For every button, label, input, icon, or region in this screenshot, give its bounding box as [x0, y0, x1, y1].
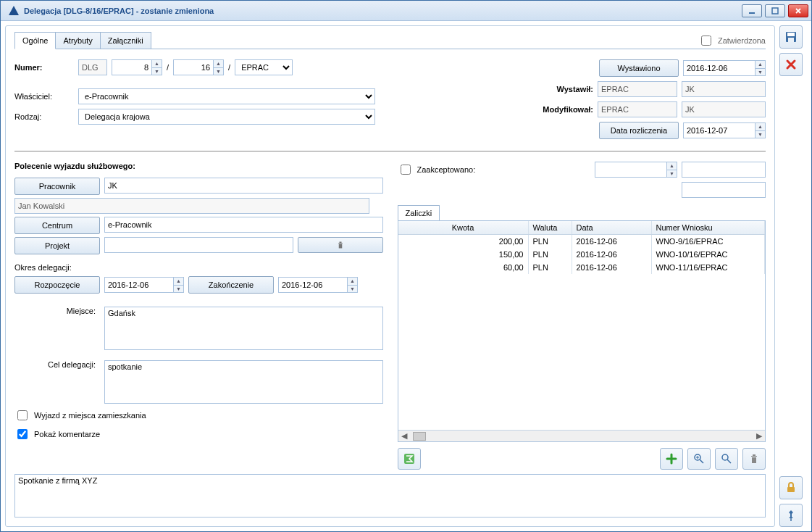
zoom-button[interactable] — [715, 448, 738, 470]
pin-button[interactable] — [779, 504, 803, 527]
accepted-label: Zaakceptowano: — [417, 165, 591, 174]
owner-label: Właściciel: — [14, 92, 74, 101]
employee-name — [14, 198, 369, 214]
period-label: Okres delegacji: — [14, 263, 383, 272]
type-select[interactable]: Delegacja krajowa — [78, 109, 375, 125]
add-button[interactable] — [660, 448, 683, 470]
approved-checkbox[interactable]: Zatwierdzona — [698, 33, 766, 48]
modified-label: Modyfikował: — [521, 105, 593, 114]
svg-point-4 — [722, 454, 728, 460]
from-home-checkbox[interactable]: Wyjazd z miejsca zamieszkania — [14, 408, 383, 423]
maximize-button[interactable] — [765, 4, 785, 17]
close-button[interactable] — [788, 4, 808, 17]
zoom-in-button[interactable] — [687, 448, 711, 470]
issued-by-unit — [598, 81, 677, 97]
tab-attachments[interactable]: Załączniki — [100, 32, 151, 49]
svg-rect-6 — [787, 33, 795, 36]
app-icon — [8, 5, 20, 17]
seq-up[interactable]: ▲ — [152, 60, 162, 68]
scroll-thumb[interactable] — [413, 432, 426, 441]
advances-grid: Kwota Waluta Data Numer Wniosku 200,00PL… — [398, 220, 766, 442]
employee-code[interactable] — [104, 178, 383, 194]
place-field[interactable]: Gdańsk — [104, 307, 383, 350]
modified-unit — [598, 101, 677, 117]
tab-attributes[interactable]: Atrybuty — [55, 32, 100, 49]
svg-rect-7 — [788, 38, 794, 42]
accepted-checkbox[interactable] — [401, 165, 411, 175]
accepted-extra2[interactable] — [682, 182, 766, 198]
tab-general[interactable]: Ogólne — [14, 32, 56, 49]
table-row[interactable]: 60,00PLN2016-12-06WNO-11/16/EPRAC — [398, 261, 766, 274]
number-label: Numer: — [14, 63, 74, 72]
col-reqno[interactable]: Numer Wniosku — [652, 221, 766, 234]
col-currency[interactable]: Waluta — [529, 221, 572, 234]
svg-rect-0 — [749, 12, 755, 14]
project-field[interactable] — [104, 237, 293, 253]
settle-button[interactable]: Data rozliczenia — [599, 122, 679, 139]
seq-down[interactable]: ▼ — [152, 68, 162, 75]
year-down[interactable]: ▼ — [214, 68, 223, 75]
scroll-right-icon[interactable]: ▶ — [753, 431, 765, 441]
end-date[interactable] — [278, 277, 348, 293]
center-field[interactable] — [104, 217, 383, 233]
accepted-num[interactable] — [595, 162, 667, 178]
end-button[interactable]: Zakończenie — [188, 276, 274, 294]
advances-tab[interactable]: Zaliczki — [398, 205, 440, 220]
sum-button[interactable] — [398, 448, 421, 470]
start-date[interactable] — [104, 277, 174, 293]
scroll-left-icon[interactable]: ◀ — [398, 431, 410, 441]
number-unit[interactable]: EPRAC — [235, 59, 293, 75]
show-comments-checkbox[interactable]: Pokaż komentarze — [14, 427, 383, 441]
accepted-extra[interactable] — [682, 162, 766, 178]
issued-by-user — [682, 81, 766, 97]
lock-button[interactable] — [779, 476, 803, 499]
grid-hscroll[interactable]: ◀ ▶ — [398, 430, 766, 441]
cancel-button[interactable] — [779, 53, 803, 76]
col-date[interactable]: Data — [572, 221, 652, 234]
approved-label: Zatwierdzona — [718, 36, 766, 45]
center-button[interactable]: Centrum — [14, 217, 100, 234]
purpose-field[interactable]: spotkanie — [104, 360, 383, 404]
main-tabs: Ogólne Atrybuty Załączniki — [14, 32, 151, 49]
project-button[interactable]: Projekt — [14, 237, 100, 254]
table-row[interactable]: 150,00PLN2016-12-06WNO-10/16/EPRAC — [398, 248, 766, 261]
project-delete-button[interactable] — [298, 237, 383, 253]
start-button[interactable]: Rozpoczęcie — [14, 276, 100, 294]
number-sep2: / — [228, 63, 230, 72]
window-title: Delegacja [DLG-8/16/EPRAC] - zostanie zm… — [24, 7, 742, 15]
modified-user — [682, 101, 766, 117]
owner-select[interactable]: e-Pracownik — [78, 88, 375, 104]
trip-title: Polecenie wyjazdu służbowego: — [14, 162, 383, 170]
save-button[interactable] — [779, 25, 803, 49]
show-comments-input[interactable] — [17, 429, 28, 439]
type-label: Rodzaj: — [14, 112, 74, 121]
issued-by-label: Wystawił: — [521, 85, 593, 93]
from-home-label: Wyjazd z miejsca zamieszkania — [34, 411, 146, 420]
number-sep1: / — [167, 63, 169, 72]
show-comments-label: Pokaż komentarze — [34, 430, 100, 439]
comments-field[interactable]: Spotkanie z firmą XYZ — [14, 474, 766, 518]
place-label: Miejsce: — [14, 307, 100, 315]
issued-date[interactable] — [683, 60, 756, 76]
delete-button[interactable] — [742, 448, 766, 470]
year-up[interactable]: ▲ — [214, 60, 223, 68]
minimize-button[interactable] — [742, 4, 762, 17]
approved-checkbox-input[interactable] — [701, 36, 711, 46]
number-seq[interactable] — [112, 59, 152, 75]
from-home-input[interactable] — [17, 410, 28, 420]
employee-button[interactable]: Pracownik — [14, 178, 100, 195]
settle-date[interactable] — [683, 122, 756, 138]
titlebar: Delegacja [DLG-8/16/EPRAC] - zostanie zm… — [1, 1, 811, 21]
table-row[interactable]: 200,00PLN2016-12-06WNO-9/16/EPRAC — [398, 235, 766, 248]
number-prefix — [78, 59, 107, 75]
svg-rect-1 — [772, 8, 778, 14]
col-amount[interactable]: Kwota — [398, 221, 529, 234]
purpose-label: Cel delegacji: — [14, 360, 100, 369]
number-year[interactable] — [173, 59, 214, 75]
issued-button[interactable]: Wystawiono — [599, 59, 679, 77]
svg-rect-8 — [787, 487, 795, 492]
